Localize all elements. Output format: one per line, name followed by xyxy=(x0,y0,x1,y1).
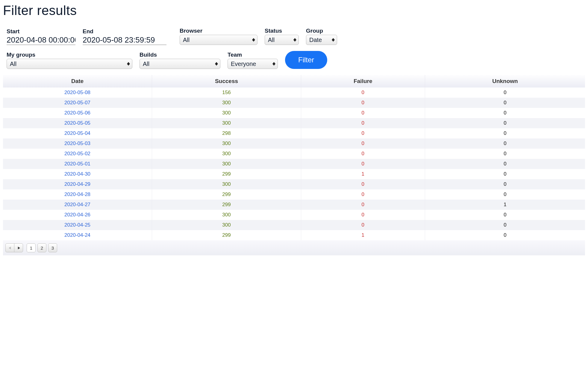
col-success[interactable]: Success xyxy=(152,75,301,88)
table-row: 2020-05-0730000 xyxy=(3,98,585,108)
date-link[interactable]: 2020-04-26 xyxy=(64,212,90,218)
failure-cell: 0 xyxy=(301,149,425,159)
unknown-cell: 0 xyxy=(425,189,585,200)
failure-cell: 1 xyxy=(301,169,425,179)
date-link[interactable]: 2020-05-02 xyxy=(64,151,90,156)
col-date[interactable]: Date xyxy=(3,75,152,88)
unknown-cell: 0 xyxy=(425,108,585,118)
end-input[interactable]: 2020-05-08 23:59:59 xyxy=(83,35,166,45)
svg-marker-12 xyxy=(9,247,11,249)
table-row: 2020-04-2530000 xyxy=(3,220,585,230)
builds-select[interactable]: All xyxy=(140,59,220,69)
unknown-cell: 0 xyxy=(425,138,585,149)
col-failure[interactable]: Failure xyxy=(301,75,425,88)
success-cell: 156 xyxy=(152,88,301,98)
group-label: Group xyxy=(306,28,337,34)
table-row: 2020-04-3029910 xyxy=(3,169,585,179)
unknown-cell: 0 xyxy=(425,159,585,169)
page-prev[interactable] xyxy=(5,243,14,252)
page-title: Filter results xyxy=(3,3,585,18)
date-link[interactable]: 2020-05-04 xyxy=(64,130,90,136)
success-cell: 299 xyxy=(152,189,301,200)
unknown-cell: 0 xyxy=(425,169,585,179)
table-row: 2020-05-0815600 xyxy=(3,88,585,98)
failure-cell: 0 xyxy=(301,118,425,128)
team-select[interactable]: Everyone xyxy=(228,59,278,69)
failure-cell: 0 xyxy=(301,179,425,189)
unknown-cell: 0 xyxy=(425,98,585,108)
table-row: 2020-05-0330000 xyxy=(3,138,585,149)
filter-button[interactable]: Filter xyxy=(285,51,327,69)
status-select[interactable]: All xyxy=(265,35,299,45)
date-link[interactable]: 2020-04-30 xyxy=(64,171,90,177)
date-link[interactable]: 2020-05-08 xyxy=(64,90,90,95)
success-cell: 299 xyxy=(152,200,301,210)
browser-select[interactable]: All xyxy=(180,35,257,45)
page-1[interactable]: 1 xyxy=(27,243,36,252)
unknown-cell: 0 xyxy=(425,88,585,98)
success-cell: 300 xyxy=(152,108,301,118)
date-link[interactable]: 2020-05-06 xyxy=(64,110,90,116)
triangle-right-icon xyxy=(17,247,20,249)
page-2[interactable]: 2 xyxy=(37,243,46,252)
table-row: 2020-04-2630000 xyxy=(3,210,585,220)
svg-marker-13 xyxy=(18,247,20,249)
date-link[interactable]: 2020-05-03 xyxy=(64,141,90,146)
table-row: 2020-04-2930000 xyxy=(3,179,585,189)
failure-cell: 0 xyxy=(301,220,425,230)
builds-label: Builds xyxy=(140,52,220,58)
start-input[interactable]: 2020-04-08 00:00:00 xyxy=(7,35,75,45)
unknown-cell: 0 xyxy=(425,128,585,138)
mygroups-select[interactable]: All xyxy=(7,59,132,69)
failure-cell: 0 xyxy=(301,210,425,220)
col-unknown[interactable]: Unknown xyxy=(425,75,585,88)
date-link[interactable]: 2020-05-05 xyxy=(64,120,90,126)
results-table: Date Success Failure Unknown 2020-05-081… xyxy=(3,75,585,240)
group-select[interactable]: Date xyxy=(306,35,337,45)
unknown-cell: 0 xyxy=(425,149,585,159)
mygroups-label: My groups xyxy=(7,52,132,58)
page-3[interactable]: 3 xyxy=(48,243,57,252)
success-cell: 300 xyxy=(152,98,301,108)
date-link[interactable]: 2020-05-07 xyxy=(64,100,90,105)
pagination: 123 xyxy=(3,240,585,255)
failure-cell: 0 xyxy=(301,88,425,98)
success-cell: 299 xyxy=(152,169,301,179)
success-cell: 300 xyxy=(152,149,301,159)
success-cell: 300 xyxy=(152,159,301,169)
success-cell: 298 xyxy=(152,128,301,138)
date-link[interactable]: 2020-04-24 xyxy=(64,232,90,238)
table-row: 2020-05-0530000 xyxy=(3,118,585,128)
table-row: 2020-05-0630000 xyxy=(3,108,585,118)
date-link[interactable]: 2020-04-27 xyxy=(64,202,90,207)
table-row: 2020-05-0130000 xyxy=(3,159,585,169)
failure-cell: 0 xyxy=(301,189,425,200)
success-cell: 300 xyxy=(152,118,301,128)
success-cell: 300 xyxy=(152,210,301,220)
date-link[interactable]: 2020-04-29 xyxy=(64,181,90,187)
unknown-cell: 0 xyxy=(425,118,585,128)
page-next[interactable] xyxy=(14,243,23,252)
date-link[interactable]: 2020-05-01 xyxy=(64,161,90,167)
success-cell: 300 xyxy=(152,220,301,230)
date-link[interactable]: 2020-04-25 xyxy=(64,222,90,228)
table-row: 2020-04-2729901 xyxy=(3,200,585,210)
table-row: 2020-04-2429910 xyxy=(3,230,585,240)
failure-cell: 1 xyxy=(301,230,425,240)
failure-cell: 0 xyxy=(301,138,425,149)
failure-cell: 0 xyxy=(301,159,425,169)
table-row: 2020-05-0230000 xyxy=(3,149,585,159)
browser-label: Browser xyxy=(180,28,257,34)
date-link[interactable]: 2020-04-28 xyxy=(64,191,90,197)
triangle-left-icon xyxy=(9,247,11,249)
end-label: End xyxy=(83,28,166,35)
unknown-cell: 0 xyxy=(425,179,585,189)
unknown-cell: 1 xyxy=(425,200,585,210)
table-row: 2020-05-0429800 xyxy=(3,128,585,138)
status-label: Status xyxy=(265,28,299,34)
success-cell: 300 xyxy=(152,179,301,189)
failure-cell: 0 xyxy=(301,200,425,210)
failure-cell: 0 xyxy=(301,108,425,118)
unknown-cell: 0 xyxy=(425,220,585,230)
table-row: 2020-04-2829900 xyxy=(3,189,585,200)
